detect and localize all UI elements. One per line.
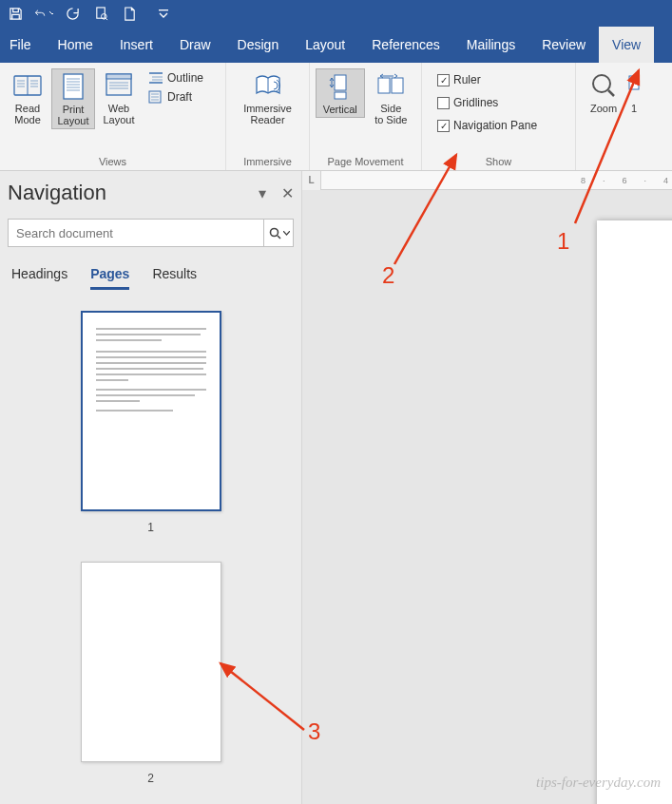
tab-mailings[interactable]: Mailings <box>453 27 528 63</box>
search-input[interactable] <box>8 219 294 247</box>
tab-view[interactable]: View <box>599 27 654 63</box>
print-layout-label: Print Layout <box>57 104 88 126</box>
tab-references[interactable]: References <box>358 27 453 63</box>
draft-button[interactable]: Draft <box>146 89 205 105</box>
tab-home[interactable]: Home <box>45 27 106 63</box>
web-layout-label: Web Layout <box>103 103 134 125</box>
svg-point-36 <box>270 228 278 236</box>
nav-pane-label: Navigation Pane <box>453 119 537 132</box>
quick-access-toolbar <box>0 0 672 27</box>
ribbon-group-views: Read Mode Print Layout Web Layout Outlin… <box>0 63 226 170</box>
thumb-1-number: 1 <box>147 521 154 534</box>
document-page[interactable] <box>597 220 672 804</box>
show-group-label: Show <box>422 156 575 170</box>
page-movement-group-label: Page Movement <box>310 156 421 170</box>
immersive-reader-button[interactable]: Immersive Reader <box>243 68 293 127</box>
outline-icon <box>148 71 163 85</box>
tab-review[interactable]: Review <box>528 27 599 63</box>
search-button[interactable] <box>263 219 294 247</box>
svg-rect-30 <box>335 75 346 90</box>
vertical-label: Vertical <box>323 104 357 115</box>
ribbon-group-immersive: Immersive Reader Immersive <box>226 63 310 170</box>
redo-icon[interactable] <box>63 4 82 23</box>
zoom-icon <box>588 70 619 101</box>
page-thumbnails: 1 2 <box>8 311 294 794</box>
web-layout-button[interactable]: Web Layout <box>97 68 141 127</box>
horizontal-ruler[interactable]: L 8· 6· 4 <box>302 171 672 190</box>
immersive-reader-label: Immersive Reader <box>243 103 292 125</box>
save-icon[interactable] <box>6 4 25 23</box>
nav-tab-pages[interactable]: Pages <box>90 266 129 290</box>
gridlines-checkbox[interactable]: Gridlines <box>435 95 539 110</box>
draft-label: Draft <box>167 90 192 104</box>
zoom-label: Zoom <box>590 103 617 114</box>
print-layout-icon <box>58 71 88 102</box>
gridlines-label: Gridlines <box>453 96 498 109</box>
ribbon-tabs: File Home Insert Draw Design Layout Refe… <box>0 27 672 63</box>
tab-insert[interactable]: Insert <box>106 27 166 63</box>
checkbox-checked-icon: ✓ <box>437 120 450 132</box>
document-area[interactable]: L 8· 6· 4 <box>302 171 672 804</box>
nav-tab-headings[interactable]: Headings <box>11 266 67 290</box>
ribbon-group-zoom: Zoom 1 <box>576 63 672 170</box>
search-wrap <box>8 219 294 247</box>
tab-layout[interactable]: Layout <box>292 27 358 63</box>
side-to-side-icon <box>375 70 406 101</box>
web-layout-icon <box>104 70 134 101</box>
nav-close-icon[interactable]: ✕ <box>281 184 294 202</box>
navigation-title: Navigation <box>8 181 106 205</box>
vertical-icon <box>325 71 355 102</box>
svg-point-34 <box>593 75 610 92</box>
views-group-label: Views <box>0 156 225 170</box>
outline-label: Outline <box>167 71 203 85</box>
immersive-group-label: Immersive <box>226 156 309 170</box>
navigation-pane-checkbox[interactable]: ✓Navigation Pane <box>435 118 539 133</box>
svg-rect-18 <box>106 74 131 79</box>
chevron-down-icon <box>283 231 290 236</box>
svg-rect-33 <box>392 78 403 93</box>
ruler-label: Ruler <box>453 73 481 86</box>
thumb-2-number: 2 <box>147 772 154 785</box>
tab-draw[interactable]: Draw <box>166 27 224 63</box>
read-mode-icon <box>12 70 43 101</box>
zoom-more-button[interactable]: 1 <box>627 68 641 116</box>
print-layout-button[interactable]: Print Layout <box>51 68 95 129</box>
ribbon: Read Mode Print Layout Web Layout Outlin… <box>0 63 672 171</box>
svg-rect-0 <box>96 7 104 17</box>
outline-button[interactable]: Outline <box>146 70 205 86</box>
checkbox-unchecked-icon <box>437 97 450 109</box>
side-to-side-button[interactable]: Side to Side <box>367 68 415 127</box>
checkbox-checked-icon: ✓ <box>437 74 450 86</box>
ruler-corner-icon: L <box>302 171 321 190</box>
svg-rect-31 <box>335 92 346 99</box>
svg-rect-35 <box>629 76 639 89</box>
main-area: Navigation ▾ ✕ Headings Pages Results <box>0 171 672 804</box>
read-mode-button[interactable]: Read Mode <box>6 68 49 127</box>
nav-tabs: Headings Pages Results <box>8 266 294 290</box>
svg-rect-11 <box>64 74 83 99</box>
search-icon <box>269 227 281 239</box>
undo-icon[interactable] <box>34 4 53 23</box>
new-doc-icon[interactable] <box>120 4 139 23</box>
nav-tab-results[interactable]: Results <box>152 266 197 290</box>
customize-qat-icon[interactable] <box>154 4 173 23</box>
navigation-pane: Navigation ▾ ✕ Headings Pages Results <box>0 171 302 804</box>
print-preview-icon[interactable] <box>91 4 110 23</box>
tab-design[interactable]: Design <box>224 27 293 63</box>
page-thumbnail-1[interactable] <box>81 311 221 511</box>
vertical-button[interactable]: Vertical <box>316 68 365 118</box>
draft-icon <box>148 90 163 104</box>
svg-rect-32 <box>378 78 390 93</box>
immersive-reader-icon <box>253 70 283 101</box>
page-thumbnail-2[interactable] <box>81 562 221 762</box>
pages-icon <box>628 70 640 101</box>
nav-dropdown-icon[interactable]: ▾ <box>259 184 266 202</box>
tab-file[interactable]: File <box>0 27 45 63</box>
ribbon-group-show: ✓Ruler Gridlines ✓Navigation Pane Show <box>422 63 576 170</box>
svg-rect-2 <box>159 10 168 10</box>
read-mode-label: Read Mode <box>14 103 41 125</box>
ruler-checkbox[interactable]: ✓Ruler <box>435 72 539 87</box>
zoom-button[interactable]: Zoom <box>582 68 625 116</box>
ribbon-group-page-movement: Vertical Side to Side Page Movement <box>310 63 422 170</box>
side-to-side-label: Side to Side <box>374 103 407 125</box>
